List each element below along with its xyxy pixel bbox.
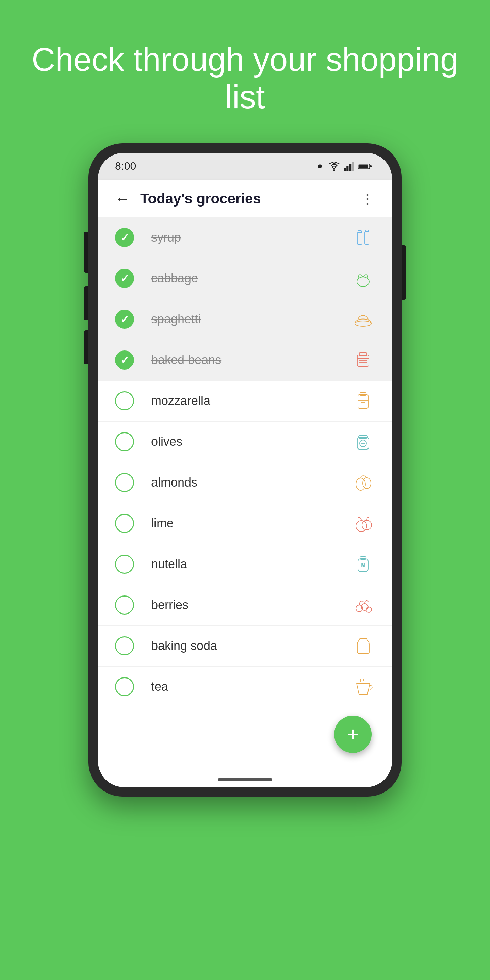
item-category-icon: N	[351, 552, 375, 576]
battery-icon	[358, 162, 372, 170]
item-category-icon	[351, 471, 375, 495]
back-button[interactable]: ←	[115, 190, 130, 207]
add-item-fab[interactable]: +	[334, 716, 372, 753]
item-category-icon	[351, 389, 375, 413]
item-checkbox[interactable]	[115, 555, 134, 574]
svg-text:N: N	[361, 563, 365, 568]
wifi-icon	[328, 162, 340, 171]
grocery-list: ✓syrup ✓cabbage ✓spaghetti ✓baked beans	[98, 218, 392, 787]
item-category-icon	[351, 634, 375, 658]
item-checkbox[interactable]: ✓	[115, 269, 134, 288]
svg-rect-40	[357, 643, 369, 653]
phone-screen: 8:00	[98, 153, 392, 787]
list-item[interactable]: ✓baked beans	[98, 340, 392, 381]
item-category-icon	[351, 593, 375, 617]
list-item[interactable]: ✓cabbage	[98, 258, 392, 299]
item-checkbox[interactable]	[115, 473, 134, 492]
svg-rect-10	[358, 231, 361, 233]
item-checkbox[interactable]	[115, 636, 134, 655]
item-category-icon	[351, 307, 375, 331]
item-name: mozzarella	[151, 394, 351, 408]
status-time: 8:00	[115, 160, 136, 172]
add-icon: +	[347, 724, 359, 745]
item-name: nutella	[151, 557, 351, 571]
svg-point-1	[333, 169, 335, 171]
item-checkbox[interactable]: ✓	[115, 350, 134, 369]
status-bar: 8:00	[98, 153, 392, 180]
list-item[interactable]: ✓spaghetti	[98, 299, 392, 340]
svg-rect-8	[370, 165, 372, 167]
item-checkbox[interactable]	[115, 391, 134, 410]
list-item[interactable]: tea	[98, 667, 392, 708]
checkmark-icon: ✓	[121, 313, 129, 325]
item-name: almonds	[151, 476, 351, 490]
svg-rect-4	[349, 164, 351, 171]
checkmark-icon: ✓	[121, 354, 129, 366]
list-item[interactable]: lime	[98, 503, 392, 544]
list-item[interactable]: mozzarella	[98, 381, 392, 422]
item-name: cabbage	[151, 271, 351, 285]
more-options-button[interactable]: ⋮	[361, 195, 375, 203]
list-item[interactable]: berries	[98, 585, 392, 626]
item-checkbox[interactable]: ✓	[115, 310, 134, 329]
notification-icon	[315, 162, 325, 171]
item-name: tea	[151, 679, 351, 694]
volume-up-button	[84, 286, 89, 320]
volume-down-button	[84, 331, 89, 364]
item-name: lime	[151, 516, 351, 530]
item-checkbox[interactable]: ✓	[115, 228, 134, 247]
item-category-icon	[351, 266, 375, 290]
item-checkbox[interactable]	[115, 432, 134, 451]
list-item[interactable]: nutella N	[98, 544, 392, 585]
svg-rect-3	[347, 166, 348, 171]
svg-point-31	[363, 478, 371, 488]
hero-title: Check through your shopping list	[0, 41, 490, 116]
list-item[interactable]: baking soda	[98, 626, 392, 667]
svg-rect-2	[344, 168, 346, 171]
svg-rect-7	[359, 164, 368, 168]
checkmark-icon: ✓	[121, 272, 129, 285]
phone-mockup: 8:00	[89, 143, 401, 797]
item-name: olives	[151, 434, 351, 449]
item-name: berries	[151, 598, 351, 612]
page-title: Today's groceries	[140, 191, 361, 207]
item-category-icon	[351, 226, 375, 250]
list-item[interactable]: olives	[98, 422, 392, 463]
item-category-icon	[351, 511, 375, 535]
svg-point-30	[356, 478, 366, 490]
svg-rect-12	[366, 230, 368, 232]
item-checkbox[interactable]	[115, 514, 134, 533]
item-checkbox[interactable]	[115, 595, 134, 614]
list-item[interactable]: ✓syrup	[98, 218, 392, 258]
svg-rect-5	[352, 162, 354, 171]
item-category-icon	[351, 430, 375, 453]
item-checkbox[interactable]	[115, 677, 134, 696]
home-indicator	[218, 778, 272, 781]
svg-point-15	[355, 321, 371, 326]
svg-point-0	[318, 164, 322, 169]
item-category-icon	[351, 675, 375, 698]
item-category-icon	[351, 348, 375, 372]
checkmark-icon: ✓	[121, 232, 129, 243]
item-name: spaghetti	[151, 312, 351, 326]
item-name: baking soda	[151, 639, 351, 653]
svg-point-32	[356, 520, 367, 531]
status-icons	[315, 162, 372, 171]
app-bar: ← Today's groceries ⋮	[98, 180, 392, 218]
item-name: baked beans	[151, 353, 351, 367]
svg-rect-11	[365, 231, 369, 244]
list-item[interactable]: almonds	[98, 463, 392, 503]
item-name: syrup	[151, 231, 351, 245]
signal-icon	[344, 162, 355, 171]
svg-rect-9	[357, 232, 362, 244]
svg-rect-21	[358, 395, 368, 408]
